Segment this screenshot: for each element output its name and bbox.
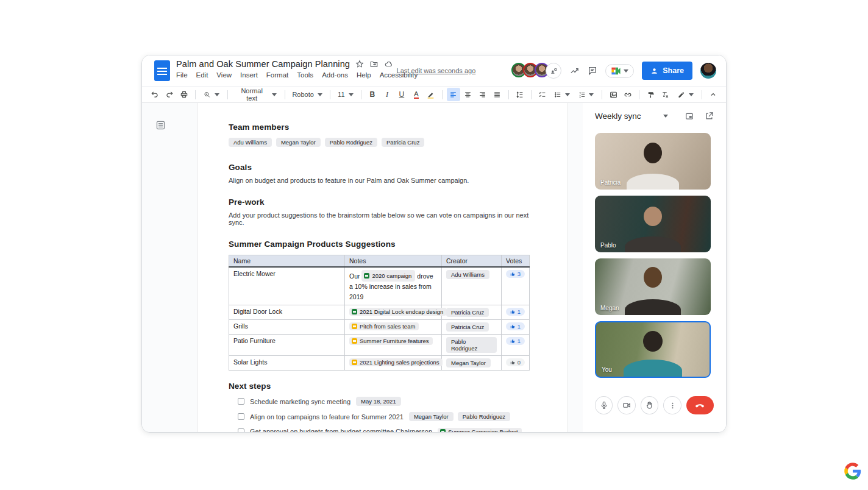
menu-addons[interactable]: Add-ons bbox=[322, 71, 348, 79]
cloud-saved-icon[interactable] bbox=[384, 60, 393, 68]
justify-button[interactable] bbox=[491, 88, 504, 101]
numbered-list-button[interactable] bbox=[575, 88, 598, 101]
cell-name[interactable]: Digital Door Lock bbox=[229, 305, 345, 320]
heading-suggestions[interactable]: Summer Campaign Products Suggestions bbox=[229, 240, 539, 249]
vote-chip[interactable]: 1 bbox=[506, 322, 525, 330]
checklist-button[interactable] bbox=[536, 88, 549, 101]
cell-votes[interactable]: 0 bbox=[502, 356, 530, 371]
person-chip[interactable]: Pablo Rodriguez bbox=[325, 138, 377, 147]
table-row[interactable]: Solar Lights 2021 Lighting sales project… bbox=[229, 356, 530, 371]
undo-button[interactable] bbox=[148, 88, 162, 101]
vote-chip[interactable]: 1 bbox=[506, 337, 525, 345]
person-chip[interactable]: Megan Taylor bbox=[276, 138, 321, 147]
account-avatar[interactable] bbox=[700, 63, 716, 79]
person-chip[interactable]: Megan Taylor bbox=[409, 412, 454, 421]
text-color-button[interactable]: A bbox=[410, 88, 423, 101]
share-button[interactable]: Share bbox=[642, 62, 692, 80]
comments-button[interactable] bbox=[588, 66, 597, 76]
menu-insert[interactable]: Insert bbox=[240, 71, 258, 79]
paint-format-button[interactable] bbox=[644, 88, 657, 101]
highlight-color-button[interactable] bbox=[424, 88, 438, 101]
person-chip[interactable]: Patricia Cruz bbox=[446, 322, 489, 332]
video-tile-pablo[interactable]: Pablo bbox=[595, 196, 711, 252]
last-edit-link[interactable]: Last edit was seconds ago bbox=[397, 67, 476, 74]
microphone-button[interactable] bbox=[595, 396, 613, 414]
cell-creator[interactable]: Pablo Rodriguez bbox=[442, 335, 502, 356]
cell-name[interactable]: Solar Lights bbox=[229, 356, 345, 371]
file-chip[interactable]: 2020 campaign bbox=[361, 270, 415, 282]
col-header-creator[interactable]: Creator bbox=[442, 255, 502, 268]
menu-help[interactable]: Help bbox=[357, 71, 371, 79]
menu-view[interactable]: View bbox=[216, 71, 232, 79]
editing-mode-select[interactable] bbox=[674, 88, 697, 101]
suggestions-table[interactable]: Name Notes Creator Votes Electric Mower … bbox=[229, 255, 530, 371]
heading-goals[interactable]: Goals bbox=[229, 163, 539, 172]
file-chip[interactable]: 2021 Lighting sales projections bbox=[349, 358, 443, 366]
heading-team-members[interactable]: Team members bbox=[229, 122, 539, 132]
table-row[interactable]: Patio Furniture Summer Furniture feature… bbox=[229, 335, 530, 356]
clear-formatting-button[interactable] bbox=[658, 88, 672, 101]
cell-creator[interactable]: Patricia Cruz bbox=[442, 305, 502, 320]
cell-notes[interactable]: Summer Furniture features bbox=[345, 335, 442, 356]
underline-button[interactable]: U bbox=[395, 88, 408, 101]
table-row[interactable]: Digital Door Lock 2021 Digital Lock endc… bbox=[229, 305, 530, 320]
table-row[interactable]: Electric Mower Our 2020 campaign drove a… bbox=[229, 267, 530, 305]
align-center-button[interactable] bbox=[461, 88, 475, 101]
cell-votes[interactable]: 3 bbox=[502, 267, 530, 305]
heading-next-steps[interactable]: Next steps bbox=[229, 382, 539, 391]
cell-notes[interactable]: Our 2020 campaign drove a 10% increase i… bbox=[345, 267, 442, 305]
meeting-title[interactable]: Weekly sync bbox=[595, 112, 641, 121]
redo-button[interactable] bbox=[163, 88, 176, 101]
cell-name[interactable]: Grills bbox=[229, 320, 345, 335]
insights-button[interactable] bbox=[569, 66, 580, 76]
pop-out-button[interactable] bbox=[705, 112, 714, 121]
checklist-text[interactable]: Align on top campaigns to feature for Su… bbox=[250, 413, 404, 421]
date-chip[interactable]: May 18, 2021 bbox=[356, 397, 401, 406]
cell-notes[interactable]: 2021 Digital Lock endcap design bbox=[345, 305, 442, 320]
file-chip[interactable]: 2021 Digital Lock endcap design bbox=[349, 308, 447, 316]
checkbox[interactable] bbox=[238, 398, 244, 405]
video-tile-patricia[interactable]: Patricia bbox=[595, 133, 711, 190]
font-size-select[interactable]: 11 bbox=[335, 88, 357, 101]
cell-notes[interactable]: Pitch from sales team bbox=[345, 320, 442, 335]
vote-chip[interactable]: 0 bbox=[506, 358, 525, 366]
cell-creator[interactable]: Patricia Cruz bbox=[442, 320, 502, 335]
show-outline-button[interactable] bbox=[155, 120, 166, 132]
cell-creator[interactable]: Adu Williams bbox=[442, 267, 502, 305]
file-chip[interactable]: Summer Campaign Budget bbox=[438, 428, 522, 433]
person-chip[interactable]: Megan Taylor bbox=[446, 358, 491, 367]
align-left-button[interactable] bbox=[447, 88, 460, 101]
move-to-folder-icon[interactable] bbox=[369, 60, 379, 68]
cell-creator[interactable]: Megan Taylor bbox=[442, 356, 502, 371]
document-page[interactable]: Team members Adu Williams Megan Taylor P… bbox=[197, 103, 567, 432]
goals-text[interactable]: Align on budget and products to feature … bbox=[229, 177, 539, 184]
cell-votes[interactable]: 1 bbox=[502, 335, 530, 356]
checkbox[interactable] bbox=[238, 413, 244, 420]
menu-tools[interactable]: Tools bbox=[297, 71, 313, 79]
video-tile-megan[interactable]: Megan bbox=[595, 258, 711, 315]
heading-pre-work[interactable]: Pre-work bbox=[229, 197, 539, 207]
bold-button[interactable]: B bbox=[366, 88, 379, 101]
person-chip[interactable]: Adu Williams bbox=[229, 138, 272, 147]
meet-button[interactable] bbox=[605, 64, 634, 78]
insert-image-button[interactable] bbox=[607, 88, 620, 101]
person-chip[interactable]: Pablo Rodriguez bbox=[446, 337, 497, 353]
meeting-dropdown-caret[interactable] bbox=[663, 115, 668, 118]
pre-work-text[interactable]: Add your product suggestions to the brai… bbox=[229, 211, 539, 226]
raise-hand-button[interactable] bbox=[641, 396, 658, 414]
cell-name[interactable]: Patio Furniture bbox=[229, 335, 345, 356]
person-chip[interactable]: Patricia Cruz bbox=[446, 308, 489, 317]
camera-button[interactable] bbox=[617, 396, 635, 414]
menu-edit[interactable]: Edit bbox=[196, 71, 208, 79]
col-header-notes[interactable]: Notes bbox=[345, 255, 442, 268]
table-row[interactable]: Grills Pitch from sales team Patricia Cr… bbox=[229, 320, 530, 335]
collaborator-avatars[interactable] bbox=[511, 63, 561, 79]
video-tile-you[interactable]: You bbox=[595, 321, 711, 378]
align-right-button[interactable] bbox=[476, 88, 489, 101]
italic-button[interactable]: I bbox=[380, 88, 394, 101]
google-docs-icon[interactable] bbox=[154, 60, 170, 81]
vote-chip[interactable]: 1 bbox=[506, 308, 525, 316]
col-header-name[interactable]: Name bbox=[229, 255, 345, 268]
person-chip[interactable]: Patricia Cruz bbox=[382, 138, 424, 147]
join-presence-button[interactable] bbox=[546, 63, 561, 79]
